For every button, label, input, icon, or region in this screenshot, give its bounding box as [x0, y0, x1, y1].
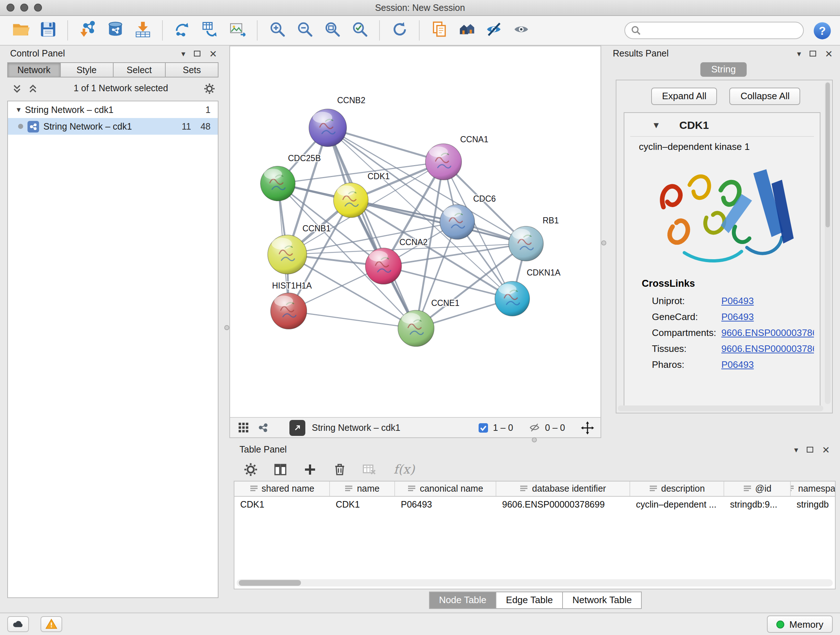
column-header-description[interactable]: description: [630, 481, 724, 496]
crosslink-row: Tissues: 9606.ENSP00000378699: [630, 340, 814, 356]
results-horizontal-scrollbar[interactable]: [618, 405, 823, 411]
panel-menu-button[interactable]: ▾: [797, 50, 801, 57]
network-from-table-button[interactable]: [197, 18, 223, 43]
plus-icon: [302, 462, 317, 477]
function-builder-button[interactable]: f(x): [393, 462, 415, 477]
tab-select[interactable]: Select: [113, 62, 166, 78]
column-header-canonical-name[interactable]: canonical name: [395, 481, 496, 496]
panel-menu-button[interactable]: ▾: [794, 446, 798, 454]
import-network-file-button[interactable]: [74, 18, 101, 43]
splitter-handle[interactable]: [532, 437, 537, 442]
collapse-all-icon[interactable]: [27, 83, 38, 94]
warnings-button[interactable]: [41, 616, 62, 632]
panel-float-button[interactable]: [194, 51, 201, 57]
panel-float-button[interactable]: [810, 51, 816, 57]
table-panel-title: Table Panel: [240, 445, 287, 455]
crosslink-link[interactable]: P06493: [722, 311, 754, 322]
network-edge[interactable]: [289, 311, 416, 328]
column-header-name[interactable]: name: [330, 481, 395, 496]
control-panel-title: Control Panel: [10, 49, 65, 59]
close-window-button[interactable]: [6, 4, 14, 11]
crosslink-link[interactable]: 9606.ENSP00000378699: [722, 343, 814, 354]
new-network-button[interactable]: [169, 18, 195, 43]
scrollbar-thumb[interactable]: [826, 82, 830, 228]
zoom-in-button[interactable]: [264, 18, 290, 43]
results-tab-string[interactable]: String: [700, 62, 747, 77]
tab-network[interactable]: Network: [7, 62, 61, 78]
tab-sets[interactable]: Sets: [166, 62, 219, 78]
vertical-splitter[interactable]: [224, 46, 229, 613]
collapse-all-button[interactable]: Collapse All: [729, 88, 801, 105]
zoom-fit-button[interactable]: [319, 18, 345, 43]
import-table-button[interactable]: [129, 18, 156, 43]
delete-table-button[interactable]: [361, 461, 377, 477]
column-header-shared-name[interactable]: shared name: [234, 481, 330, 496]
tab-edge-table[interactable]: Edge Table: [497, 592, 563, 609]
grid-view-button[interactable]: [237, 421, 249, 434]
crosslink-link[interactable]: P06493: [722, 295, 754, 306]
save-session-button[interactable]: [35, 18, 61, 43]
collapse-card-icon[interactable]: ▼: [652, 120, 660, 129]
column-header-id[interactable]: @id: [724, 481, 791, 496]
memory-label: Memory: [789, 619, 823, 630]
expand-all-icon[interactable]: [11, 83, 22, 94]
splitter-handle[interactable]: [601, 241, 606, 245]
search-input[interactable]: [624, 22, 804, 39]
panel-close-button[interactable]: ✕: [209, 49, 217, 58]
homes-button[interactable]: [454, 18, 480, 43]
selected-checkbox-icon[interactable]: [478, 423, 489, 432]
crosslink-link[interactable]: 9606.ENSP00000378699: [722, 327, 814, 338]
tab-style[interactable]: Style: [61, 62, 114, 78]
network-collection-row[interactable]: ▾ String Network – cdk1 1: [8, 101, 218, 118]
export-image-button[interactable]: [224, 18, 250, 43]
open-in-new-window-button[interactable]: [289, 420, 305, 435]
network-overview-button[interactable]: [256, 421, 269, 434]
network-edge[interactable]: [328, 128, 416, 328]
open-session-button[interactable]: [7, 18, 33, 43]
tab-node-table[interactable]: Node Table: [429, 592, 496, 609]
panel-close-button[interactable]: ✕: [822, 445, 830, 454]
network-row-selected[interactable]: String Network – cdk1 11 48: [8, 118, 218, 135]
gear-icon[interactable]: [203, 82, 216, 95]
crosslink-link[interactable]: P06493: [722, 359, 754, 370]
splitter-handle[interactable]: [224, 325, 229, 330]
hidden-eye-icon[interactable]: [529, 423, 540, 432]
column-header-database-identifier[interactable]: database identifier: [496, 481, 630, 496]
zoom-selected-button[interactable]: [347, 18, 373, 43]
expand-all-button[interactable]: Expand All: [651, 88, 717, 105]
results-vertical-scrollbar[interactable]: [825, 82, 831, 404]
minimize-window-button[interactable]: [20, 4, 28, 11]
apply-layout-button[interactable]: [386, 18, 412, 43]
cloud-icon: [11, 618, 25, 631]
cloud-status-button[interactable]: [7, 616, 29, 632]
table-settings-button[interactable]: [242, 461, 258, 477]
horizontal-splitter[interactable]: [229, 438, 840, 442]
zoom-out-button[interactable]: [292, 18, 317, 43]
copy-document-button[interactable]: [426, 18, 452, 43]
show-graphics-button[interactable]: [508, 18, 535, 43]
pan-crosshair-icon[interactable]: [581, 421, 594, 434]
gene-card-header[interactable]: ▼ CDK1: [630, 116, 814, 137]
table-horizontal-scrollbar[interactable]: [237, 579, 833, 586]
import-network-database-button[interactable]: [102, 18, 128, 43]
delete-column-button[interactable]: [332, 461, 347, 477]
scrollbar-thumb[interactable]: [239, 580, 301, 586]
vertical-splitter-2[interactable]: [601, 46, 607, 438]
tab-network-table[interactable]: Network Table: [563, 592, 642, 609]
column-header-namespace[interactable]: namespac: [791, 481, 835, 496]
help-icon: ?: [812, 21, 832, 40]
table-row[interactable]: CDK1 CDK1 P06493 9606.ENSP00000378699 cy…: [234, 497, 835, 513]
network-canvas[interactable]: CCNB2CCNA1CDC25BCDK1CDC6RB1CCNB1CCNA2CDK…: [230, 46, 600, 417]
panel-menu-button[interactable]: ▾: [181, 50, 185, 57]
help-button[interactable]: ?: [811, 19, 833, 41]
toolbar-separator: [257, 20, 257, 41]
panel-close-button[interactable]: ✕: [825, 49, 833, 58]
zoom-window-button[interactable]: [34, 4, 42, 11]
show-columns-button[interactable]: [272, 461, 288, 477]
cell-description: cyclin–dependent ...: [630, 497, 724, 513]
tree-expander-icon[interactable]: ▾: [17, 106, 21, 114]
add-column-button[interactable]: [302, 461, 317, 477]
hide-graphics-button[interactable]: [481, 18, 507, 43]
panel-float-button[interactable]: [807, 447, 813, 453]
memory-button[interactable]: Memory: [767, 616, 833, 633]
